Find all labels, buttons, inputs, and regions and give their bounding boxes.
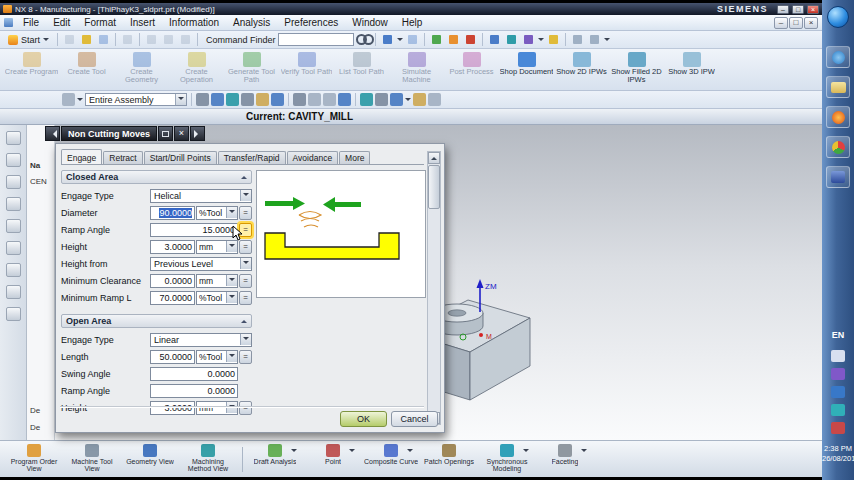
field-formula-button[interactable]: = [239, 401, 252, 415]
dock-button[interactable]: Draft Analysis [247, 443, 303, 476]
rotate-view-icon[interactable] [338, 93, 351, 106]
dialog-scrollbar[interactable] [427, 151, 441, 425]
shaded-view-icon[interactable] [360, 93, 373, 106]
dock-button[interactable]: Machining Method View [180, 443, 236, 476]
toolbar-button[interactable]: Create Geometry [114, 50, 169, 90]
start-menu-button[interactable]: Start [4, 32, 53, 47]
tray-icon-5[interactable] [831, 422, 845, 434]
window-icon[interactable] [428, 93, 441, 106]
dialog-forward-icon[interactable] [190, 126, 205, 141]
maximize-button[interactable]: □ [792, 5, 804, 14]
cut-icon[interactable] [144, 33, 159, 47]
dock-button[interactable]: Faceting [537, 443, 593, 476]
menu-item[interactable]: Analysis [226, 17, 277, 28]
field-formula-button[interactable]: = [239, 206, 252, 220]
dock-button[interactable]: Patch Openings [421, 443, 477, 476]
binoculars-icon[interactable] [356, 34, 371, 45]
field-input[interactable]: 3.0000 [150, 240, 195, 254]
hd3d-tools-icon[interactable] [6, 263, 21, 277]
sphere-display-icon[interactable] [446, 33, 461, 47]
chevron-down-icon[interactable] [538, 38, 544, 44]
dialog-back-icon[interactable] [45, 126, 60, 141]
field-input[interactable]: 90.0000 [150, 206, 195, 220]
operation-navigator-icon[interactable] [6, 197, 21, 211]
field-unit-select[interactable]: %Tool [196, 291, 238, 305]
chevron-down-icon[interactable] [226, 292, 237, 303]
cancel-button[interactable]: Cancel [391, 411, 438, 427]
dock-button[interactable]: Geometry View [122, 443, 178, 476]
dialog-tab[interactable]: More [339, 151, 370, 164]
chevron-down-icon[interactable] [349, 449, 355, 455]
dialog-options-icon[interactable] [158, 126, 173, 141]
chevron-down-icon[interactable] [291, 449, 297, 455]
field-formula-button[interactable]: = [239, 291, 252, 305]
field-unit-select[interactable]: mm [196, 274, 238, 288]
group-header[interactable]: Closed Area [61, 170, 252, 184]
move-face-icon[interactable] [570, 33, 585, 47]
menu-item[interactable]: Information [162, 17, 226, 28]
dock-button[interactable]: Program Order View [6, 443, 62, 476]
chevron-down-icon[interactable] [405, 98, 411, 104]
taskbar-clock[interactable]: 2:38 PM 26/08/2013 [822, 444, 854, 464]
history-icon[interactable] [6, 307, 21, 321]
field-formula-button[interactable]: = [239, 350, 252, 364]
toolbar-button[interactable]: Simulate Machine [389, 50, 444, 90]
toolbar-button[interactable]: Show 3D IPW [664, 50, 719, 90]
field-select[interactable]: Helical [150, 189, 252, 203]
zoom-icon[interactable] [308, 93, 321, 106]
tray-icon-2[interactable] [831, 368, 845, 380]
dialog-tab[interactable]: Transfer/Rapid [218, 151, 286, 164]
field-input[interactable]: 0.0000 [150, 274, 195, 288]
more-commands-icon[interactable] [587, 33, 602, 47]
dialog-close-icon[interactable]: × [174, 126, 189, 141]
dialog-tab[interactable]: Avoidance [287, 151, 339, 164]
toolbar-button[interactable]: List Tool Path [334, 50, 389, 90]
part-navigator-icon[interactable] [6, 175, 21, 189]
internet-explorer-icon[interactable] [826, 46, 850, 68]
chevron-down-icon[interactable] [407, 449, 413, 455]
chevron-down-icon[interactable] [240, 258, 251, 269]
intersection-icon[interactable] [241, 93, 254, 106]
field-input[interactable]: 3.0000 [150, 401, 195, 415]
reuse-library-icon[interactable] [6, 241, 21, 255]
field-select[interactable]: Previous Level [150, 257, 252, 271]
field-input[interactable]: 70.0000 [150, 291, 195, 305]
scrollbar-thumb[interactable] [428, 165, 440, 209]
copy-icon[interactable] [161, 33, 176, 47]
toolbar-button[interactable]: Create Operation [169, 50, 224, 90]
minimize-button[interactable]: – [777, 5, 789, 14]
toolbar-button[interactable]: Show 2D IPWs [554, 50, 609, 90]
selection-filter-icon[interactable] [62, 93, 75, 106]
wireframe-view-icon[interactable] [375, 93, 388, 106]
assembly-navigator-icon[interactable] [6, 131, 21, 145]
menu-item[interactable]: Insert [123, 17, 162, 28]
field-formula-button[interactable]: = [239, 274, 252, 288]
file-explorer-icon[interactable] [826, 76, 850, 98]
undo-icon[interactable] [380, 33, 395, 47]
dock-button[interactable]: Machine Tool View [64, 443, 120, 476]
chevron-down-icon[interactable] [604, 38, 610, 44]
menu-item[interactable]: Preferences [277, 17, 345, 28]
chevron-down-icon[interactable] [240, 334, 251, 345]
chevron-down-icon[interactable] [226, 275, 237, 286]
toolbar-button[interactable]: Shop Document [499, 50, 554, 90]
chevron-down-icon[interactable] [226, 402, 237, 413]
redo-icon[interactable] [405, 33, 420, 47]
new-file-icon[interactable] [62, 33, 77, 47]
toolbar-button[interactable]: Generate Tool Path [224, 50, 279, 90]
dialog-tab[interactable]: Retract [103, 151, 142, 164]
quadrant-point-icon[interactable] [271, 93, 284, 106]
field-unit-select[interactable]: mm [196, 240, 238, 254]
print-icon[interactable] [120, 33, 135, 47]
windows-start-orb[interactable] [827, 6, 849, 28]
doc-restore-button[interactable]: □ [789, 17, 803, 29]
toolbar-button[interactable]: Show Filled 2D IPWs [609, 50, 664, 90]
snap-point-icon[interactable] [196, 93, 209, 106]
tray-icon-1[interactable] [831, 350, 845, 362]
ok-button[interactable]: OK [340, 411, 387, 427]
tray-icon-4[interactable] [831, 404, 845, 416]
field-select[interactable]: Linear [150, 333, 252, 347]
edit-section-icon[interactable] [413, 93, 426, 106]
chevron-down-icon[interactable] [226, 207, 237, 218]
chevron-down-icon[interactable] [523, 449, 529, 455]
